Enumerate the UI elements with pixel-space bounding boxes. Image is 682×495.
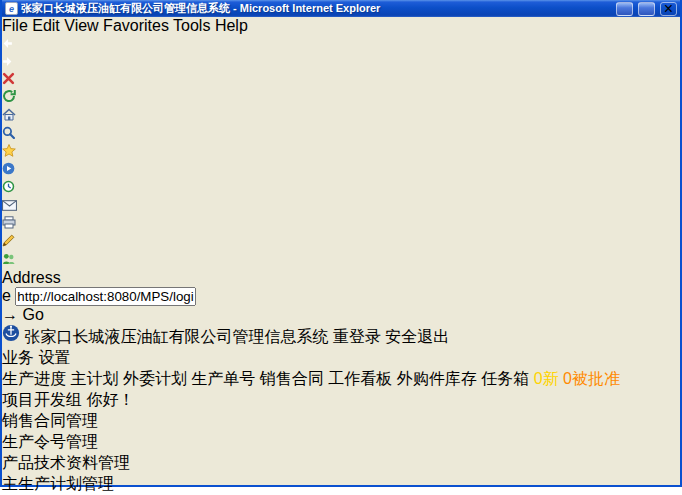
ie-document-icon: e — [5, 2, 18, 15]
address-field[interactable]: e — [2, 287, 680, 306]
nav-purchased-stock[interactable]: 外购件库存 — [397, 370, 477, 387]
window-titlebar[interactable]: e 张家口长城液压油缸有限公司管理信息系统 - Microsoft Intern… — [2, 0, 680, 17]
history-icon — [2, 179, 15, 196]
ie-window: e 张家口长城液压油缸有限公司管理信息系统 - Microsoft Intern… — [0, 0, 682, 487]
go-button[interactable]: → Go — [2, 306, 680, 324]
forward-button[interactable] — [2, 53, 680, 71]
refresh-icon — [2, 89, 16, 106]
minimize-button[interactable] — [616, 2, 633, 16]
home-icon — [2, 107, 16, 124]
nav-row: 业务 设置 生产进度 主计划 外委计划 生产单号 销售合同 工作看板 外购件库存… — [2, 348, 680, 390]
history-button[interactable] — [2, 179, 680, 197]
nav-sales-contract[interactable]: 销售合同 — [260, 370, 324, 387]
window-title: 张家口长城液压油缸有限公司管理信息系统 - Microsoft Internet… — [21, 1, 611, 16]
favorites-star-icon — [2, 143, 16, 160]
page-icon: e — [2, 287, 11, 304]
ie-toolbar — [2, 35, 680, 269]
menu-view[interactable]: View — [64, 17, 98, 34]
refresh-button[interactable] — [2, 89, 680, 107]
close-button[interactable]: × — [660, 2, 677, 16]
media-icon — [2, 161, 15, 178]
address-label: Address — [2, 269, 61, 286]
safe-exit-button[interactable]: 安全退出 — [385, 328, 449, 345]
address-input[interactable] — [15, 287, 196, 306]
app-body: 项目开发组 你好！ 销售合同管理 生产令号管理 产品技术资料管理 主生产计划管理… — [2, 390, 680, 495]
menu-edit[interactable]: Edit — [32, 17, 60, 34]
sidebar-item-sales-contract[interactable]: 销售合同管理 — [2, 411, 680, 432]
mail-button[interactable] — [2, 197, 680, 215]
tab-business[interactable]: 业务 — [2, 349, 34, 366]
relogin-label: 重登录 — [333, 328, 381, 345]
tree-branch: 销售合同管理 生产令号管理 产品技术资料管理 主生产计划管理 外委计划管理 外协… — [2, 411, 680, 495]
nav-production-order[interactable]: 生产单号 — [191, 370, 255, 387]
edit-pencil-icon — [2, 233, 15, 250]
address-bar: Address e → Go — [2, 269, 680, 324]
mail-icon — [2, 197, 17, 214]
menu-tools[interactable]: Tools — [173, 17, 210, 34]
media-button[interactable] — [2, 161, 680, 179]
app-title: 张家口长城液压油缸有限公司管理信息系统 — [24, 328, 328, 345]
back-icon — [2, 35, 13, 52]
side-tabs: 业务 设置 — [2, 348, 680, 369]
tree-root-label: 项目开发组 你好！ — [2, 391, 134, 408]
go-arrow-icon: → — [2, 306, 18, 323]
menu-favorites[interactable]: Favorites — [103, 17, 169, 34]
print-icon — [2, 215, 16, 232]
nav-work-board[interactable]: 工作看板 — [328, 370, 392, 387]
stop-icon — [2, 71, 15, 88]
search-icon — [2, 125, 15, 142]
print-button[interactable] — [2, 215, 680, 233]
sidebar-item-master-plan[interactable]: 主生产计划管理 — [2, 474, 680, 495]
go-label: Go — [22, 306, 43, 323]
sidebar-item-production-no[interactable]: 生产令号管理 — [2, 432, 680, 453]
favorites-button[interactable] — [2, 143, 680, 161]
back-button[interactable] — [2, 35, 680, 53]
badge-approved[interactable]: 0被批准 — [563, 370, 620, 387]
menu-bar: File Edit View Favorites Tools Help — [2, 17, 680, 35]
desktop: e 张家口长城液压油缸有限公司管理信息系统 - Microsoft Intern… — [0, 0, 682, 495]
nav-outsource-plan[interactable]: 外委计划 — [123, 370, 187, 387]
sidebar-item-product-tech-doc[interactable]: 产品技术资料管理 — [2, 453, 680, 474]
nav-master-plan[interactable]: 主计划 — [70, 370, 118, 387]
tree-root[interactable]: 项目开发组 你好！ — [2, 390, 680, 411]
home-button[interactable] — [2, 107, 680, 125]
menu-help[interactable]: Help — [215, 17, 248, 34]
badge-new[interactable]: 0新 — [534, 370, 559, 387]
tab-settings[interactable]: 设置 — [38, 349, 70, 366]
search-button[interactable] — [2, 125, 680, 143]
relogin-button[interactable]: 重登录 — [333, 328, 385, 345]
company-logo-icon — [2, 328, 20, 345]
forward-icon — [2, 53, 13, 70]
messenger-button[interactable] — [2, 251, 680, 269]
sidebar-tree: 项目开发组 你好！ 销售合同管理 生产令号管理 产品技术资料管理 主生产计划管理… — [2, 390, 680, 495]
stop-button[interactable] — [2, 71, 680, 89]
messenger-icon — [2, 251, 15, 268]
edit-button[interactable] — [2, 233, 680, 251]
menu-file[interactable]: File — [2, 17, 28, 34]
nav-task-box[interactable]: 任务箱 — [481, 370, 529, 387]
main-nav: 生产进度 主计划 外委计划 生产单号 销售合同 工作看板 外购件库存 任务箱 0… — [2, 369, 680, 390]
maximize-button[interactable] — [638, 2, 655, 16]
nav-production-progress[interactable]: 生产进度 — [2, 370, 66, 387]
app-header: 张家口长城液压油缸有限公司管理信息系统 重登录 安全退出 — [2, 324, 680, 348]
exit-label: 安全退出 — [385, 328, 449, 345]
